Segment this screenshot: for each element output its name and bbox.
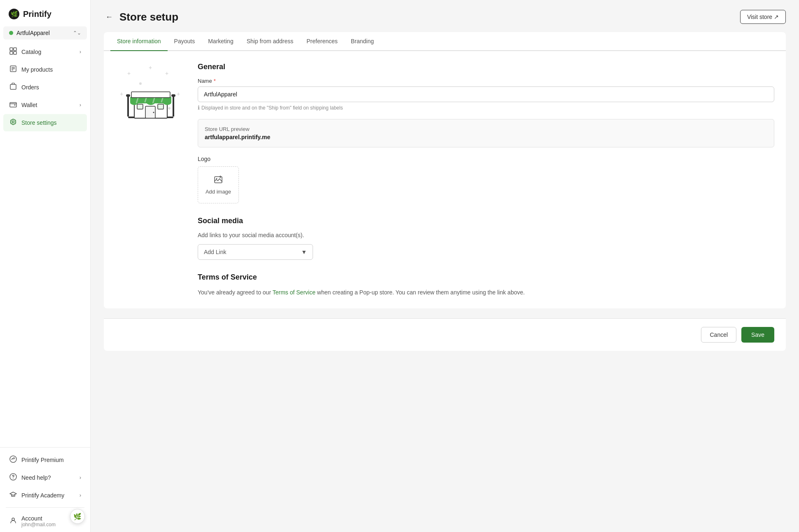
- sidebar-item-printify-premium[interactable]: Printify Premium: [3, 451, 87, 469]
- logo-label: Logo: [198, 156, 774, 162]
- sidebar-item-catalog[interactable]: Catalog ›: [3, 43, 87, 61]
- back-button[interactable]: ←: [104, 11, 114, 23]
- my-products-icon: [9, 65, 17, 74]
- name-hint: Displayed in store and on the "Ship from…: [201, 105, 343, 111]
- footer-actions: Cancel Save: [104, 318, 786, 351]
- store-illustration: + + + + +: [114, 61, 188, 135]
- sidebar-item-wallet[interactable]: Wallet ›: [3, 96, 87, 114]
- page-title: Store setup: [119, 11, 178, 23]
- svg-point-16: [12, 518, 14, 520]
- account-name: Account: [21, 515, 56, 522]
- orders-icon: [9, 83, 17, 92]
- sidebar-item-store-settings[interactable]: Store settings: [3, 114, 87, 131]
- tabs-bar: Store information Payouts Marketing Ship…: [104, 32, 786, 51]
- name-label: Name: [198, 78, 212, 84]
- svg-point-12: [14, 105, 16, 106]
- printify-logo-icon: 🌿: [8, 8, 20, 20]
- svg-rect-10: [10, 84, 16, 89]
- visit-store-button[interactable]: Visit store ↗: [740, 10, 786, 24]
- url-preview-value: artfulapparel.printify.me: [205, 134, 767, 140]
- help-icon: [9, 473, 17, 482]
- sidebar: 🌿 Printify ArtfulApparel ⌃⌄ Catalog ›: [0, 0, 91, 532]
- main-nav: Catalog › My products Orders: [0, 43, 90, 132]
- form-content: General Name * ℹ Displayed in store and …: [198, 63, 774, 297]
- store-settings-icon: [9, 118, 17, 127]
- help-label: Need help?: [21, 474, 51, 481]
- svg-point-22: [139, 82, 142, 85]
- tos-link[interactable]: Terms of Service: [273, 289, 315, 296]
- add-link-select[interactable]: Add Link ▼: [198, 244, 313, 260]
- required-indicator: *: [214, 78, 216, 84]
- sidebar-item-my-products[interactable]: My products: [3, 61, 87, 78]
- sidebar-item-need-help[interactable]: Need help? ›: [3, 469, 87, 486]
- svg-text:+: +: [177, 91, 180, 97]
- svg-rect-29: [158, 104, 164, 109]
- app-logo[interactable]: 🌿 Printify: [0, 0, 90, 26]
- tab-payouts[interactable]: Payouts: [168, 32, 202, 51]
- add-link-chevron-icon: ▼: [301, 249, 307, 255]
- svg-text:🌿: 🌿: [11, 11, 18, 18]
- account-icon: [9, 517, 17, 526]
- save-button[interactable]: Save: [741, 327, 774, 343]
- tab-marketing[interactable]: Marketing: [201, 32, 240, 51]
- svg-rect-35: [131, 92, 170, 98]
- catalog-icon: [9, 47, 17, 56]
- app-name: Printify: [23, 9, 51, 19]
- svg-text:+: +: [165, 70, 168, 77]
- premium-icon: [9, 455, 17, 464]
- url-preview-box: Store URL preview artfulapparel.printify…: [198, 119, 774, 147]
- tab-branding[interactable]: Branding: [344, 32, 381, 51]
- store-settings-label: Store settings: [21, 119, 57, 126]
- catalog-arrow-icon: ›: [79, 49, 81, 55]
- svg-point-27: [153, 112, 154, 113]
- social-media-title: Social media: [198, 217, 774, 225]
- orders-label: Orders: [21, 84, 39, 91]
- svg-rect-37: [126, 94, 130, 97]
- name-field-group: Name * ℹ Displayed in store and on the "…: [198, 78, 774, 111]
- catalog-label: Catalog: [21, 49, 41, 55]
- academy-arrow-icon: ›: [79, 492, 81, 498]
- tos-text-after: when creating a Pop-up store. You can re…: [315, 289, 525, 296]
- svg-point-23: [168, 107, 171, 110]
- svg-text:+: +: [120, 91, 123, 97]
- svg-rect-39: [171, 94, 175, 97]
- tab-ship-from-address[interactable]: Ship from address: [240, 32, 300, 51]
- svg-text:+: +: [127, 70, 131, 77]
- svg-text:+: +: [149, 64, 152, 71]
- general-section: General Name * ℹ Displayed in store and …: [198, 63, 774, 203]
- help-arrow-icon: ›: [79, 475, 81, 481]
- sidebar-item-orders[interactable]: Orders: [3, 79, 87, 96]
- academy-icon: [9, 491, 17, 500]
- svg-rect-2: [10, 48, 13, 51]
- social-media-description: Add links to your social media account(s…: [198, 232, 774, 238]
- add-link-text: Add Link: [204, 249, 226, 255]
- svg-point-41: [216, 178, 217, 180]
- svg-rect-11: [10, 103, 16, 107]
- svg-rect-3: [14, 48, 16, 51]
- sidebar-item-printify-academy[interactable]: Printify Academy ›: [3, 487, 87, 504]
- wallet-icon: [9, 100, 17, 110]
- store-selector[interactable]: ArtfulApparel ⌃⌄: [3, 26, 87, 40]
- store-status-dot: [9, 31, 13, 35]
- logo-section: Logo Add image: [198, 156, 774, 203]
- tos-section: Terms of Service You've already agreed t…: [198, 273, 774, 297]
- add-image-button[interactable]: Add image: [198, 166, 239, 203]
- general-title: General: [198, 63, 774, 71]
- wallet-arrow-icon: ›: [79, 102, 81, 108]
- tab-store-information[interactable]: Store information: [110, 32, 168, 51]
- svg-rect-4: [10, 51, 13, 54]
- tab-preferences[interactable]: Preferences: [300, 32, 344, 51]
- store-selector-chevron-icon: ⌃⌄: [73, 30, 81, 36]
- store-name-input[interactable]: [198, 86, 774, 102]
- page-header: ← Store setup Visit store ↗: [104, 10, 786, 24]
- floating-store-button[interactable]: 🌿: [70, 509, 85, 524]
- add-image-label: Add image: [206, 189, 231, 195]
- info-icon: ℹ: [198, 105, 200, 111]
- visit-store-label: Visit store ↗: [747, 14, 779, 20]
- cancel-button[interactable]: Cancel: [701, 327, 736, 343]
- svg-rect-28: [137, 104, 143, 109]
- add-image-icon: [214, 175, 223, 186]
- social-media-section: Social media Add links to your social me…: [198, 217, 774, 260]
- svg-rect-5: [14, 51, 16, 54]
- svg-rect-38: [173, 96, 174, 117]
